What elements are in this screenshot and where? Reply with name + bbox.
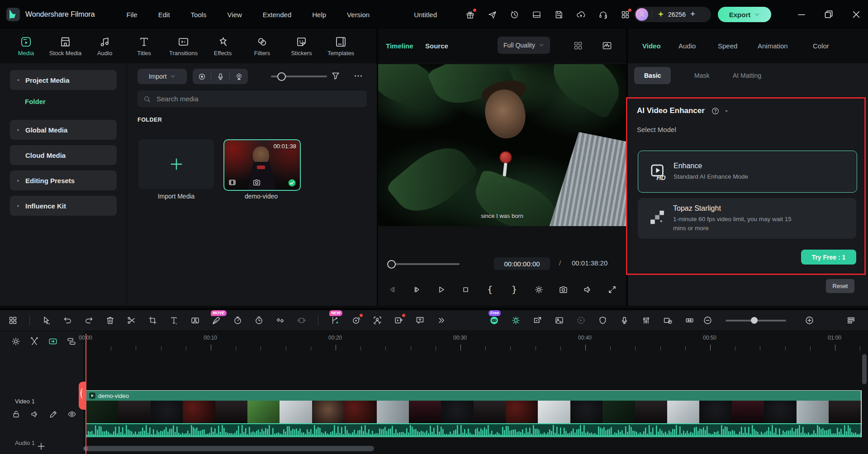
- subtab-basic[interactable]: Basic: [634, 67, 671, 84]
- tab-audio[interactable]: Audio: [85, 29, 124, 63]
- subtab-ai-matting[interactable]: AI Matting: [723, 67, 771, 84]
- save-icon[interactable]: [554, 10, 564, 19]
- crop-icon[interactable]: [148, 316, 157, 325]
- seek-knob[interactable]: [387, 260, 396, 269]
- imageplay-icon[interactable]: [555, 316, 564, 325]
- inspector-tab-color[interactable]: Color: [813, 42, 829, 50]
- send-icon[interactable]: [488, 10, 497, 19]
- menu-help[interactable]: Help: [312, 11, 326, 19]
- cursor-icon[interactable]: [42, 316, 51, 325]
- timeline-clip[interactable]: demo-video: [86, 390, 862, 437]
- clock2-icon[interactable]: [254, 316, 264, 325]
- shield-icon[interactable]: [598, 316, 607, 325]
- redo-icon[interactable]: [84, 316, 94, 325]
- current-time[interactable]: 00:00:00:00: [494, 257, 550, 270]
- robot-icon[interactable]: Free: [489, 316, 499, 325]
- playhead-handle[interactable]: [79, 382, 86, 410]
- help-icon[interactable]: [711, 107, 720, 115]
- airec-icon[interactable]: [351, 316, 361, 325]
- preview-tab-source[interactable]: Source: [425, 42, 448, 50]
- avatar[interactable]: [636, 8, 648, 21]
- scissors-icon[interactable]: [127, 316, 136, 325]
- timeline-ruler[interactable]: 00:0000:1000:2000:3000:4000:5001:00: [83, 331, 868, 355]
- scopes-icon[interactable]: [602, 40, 612, 51]
- menu-file[interactable]: File: [127, 11, 138, 19]
- vertical-scrollbar[interactable]: [862, 354, 867, 384]
- morechev-icon[interactable]: [436, 316, 446, 325]
- track-height-icon[interactable]: [846, 316, 856, 325]
- sidebar-item-influence-kit[interactable]: Influence Kit: [10, 196, 117, 216]
- rendercircle-icon[interactable]: [576, 316, 586, 325]
- inspector-tab-audio[interactable]: Audio: [678, 42, 696, 50]
- ripple-icon[interactable]: [297, 316, 306, 325]
- menu-view[interactable]: View: [228, 11, 242, 19]
- mark-brace-button[interactable]: {: [485, 285, 495, 294]
- add-credits-button[interactable]: +: [690, 9, 695, 19]
- apps-icon[interactable]: [8, 316, 18, 325]
- textT-icon[interactable]: [169, 316, 179, 325]
- history-icon[interactable]: [510, 10, 519, 19]
- headset-icon[interactable]: [598, 10, 608, 19]
- tab-stock-media[interactable]: Stock Media: [46, 29, 85, 63]
- model-card-topaz-starlight[interactable]: Topaz Starlight1-minute 60 fps video lim…: [638, 198, 856, 239]
- webcam-icon[interactable]: [235, 72, 243, 81]
- inspector-tab-animation[interactable]: Animation: [758, 42, 788, 50]
- mic-icon[interactable]: [216, 72, 225, 81]
- seek-bar[interactable]: [390, 263, 460, 265]
- add-track-icon[interactable]: [36, 441, 46, 451]
- subtab-mask[interactable]: Mask: [684, 67, 719, 84]
- try-free-button[interactable]: Try Free : 1: [801, 250, 856, 265]
- import-media-card[interactable]: [138, 139, 214, 189]
- sidebar-item-folder[interactable]: Folder: [25, 98, 46, 105]
- stop-icon[interactable]: [461, 285, 470, 294]
- layout-icon[interactable]: [532, 10, 541, 19]
- collapse-caret-icon[interactable]: [724, 109, 729, 114]
- record-icon[interactable]: [198, 72, 206, 81]
- layout-grid-icon[interactable]: [573, 40, 583, 51]
- exportclip-icon[interactable]: [533, 316, 542, 325]
- scrollbar-thumb[interactable]: [83, 446, 374, 451]
- cloud-icon[interactable]: [576, 10, 586, 19]
- model-card-enhance[interactable]: HDEnhanceStandard AI Enhance Mode: [638, 151, 857, 193]
- restore-button[interactable]: [823, 9, 834, 20]
- tab-transitions[interactable]: Transitions: [164, 29, 203, 63]
- split-icon[interactable]: [511, 316, 521, 325]
- tab-titles[interactable]: Titles: [124, 29, 164, 63]
- menu-edit[interactable]: Edit: [158, 11, 170, 19]
- personcrop-icon[interactable]: [373, 316, 382, 325]
- tab-filters[interactable]: Filters: [242, 29, 282, 63]
- menu-extended[interactable]: Extended: [263, 11, 291, 19]
- close-button[interactable]: [851, 9, 862, 20]
- prevf-icon[interactable]: [388, 285, 397, 294]
- quality-dropdown[interactable]: Full Quality: [498, 37, 550, 54]
- trackmgr-icon[interactable]: [66, 336, 76, 346]
- horizontal-scrollbar[interactable]: [83, 445, 868, 452]
- account-credits-pill[interactable]: 26256 +: [634, 7, 711, 22]
- timer-icon[interactable]: [233, 316, 242, 325]
- preview-tab-timeline[interactable]: Timeline: [386, 42, 413, 50]
- unlink-icon[interactable]: [29, 336, 39, 346]
- more-options-icon[interactable]: [353, 71, 363, 81]
- export-button[interactable]: Export: [718, 7, 771, 22]
- eye-icon[interactable]: [67, 410, 76, 419]
- gift-icon[interactable]: [465, 10, 475, 19]
- inspector-tab-video[interactable]: Video: [642, 42, 661, 50]
- apps-icon[interactable]: [621, 10, 630, 19]
- nextf-icon[interactable]: [412, 285, 422, 294]
- undo-icon[interactable]: [63, 316, 72, 325]
- tab-templates[interactable]: Templates: [321, 29, 360, 63]
- camera-icon[interactable]: [559, 285, 568, 294]
- play-icon[interactable]: [436, 285, 446, 294]
- mic-icon[interactable]: [620, 316, 629, 325]
- zoom-in-icon[interactable]: [805, 316, 814, 325]
- search-input[interactable]: [156, 95, 347, 103]
- pen-icon[interactable]: MOVE: [212, 316, 221, 325]
- filter-icon[interactable]: [331, 71, 341, 81]
- gearsm-icon[interactable]: [11, 336, 21, 346]
- tab-stickers[interactable]: Stickers: [282, 29, 321, 63]
- thumbnail-size-knob[interactable]: [277, 72, 286, 81]
- expand-icon[interactable]: [607, 285, 617, 294]
- volume-icon[interactable]: [30, 410, 39, 419]
- tts-icon[interactable]: [415, 316, 425, 325]
- menu-tools[interactable]: Tools: [191, 11, 207, 19]
